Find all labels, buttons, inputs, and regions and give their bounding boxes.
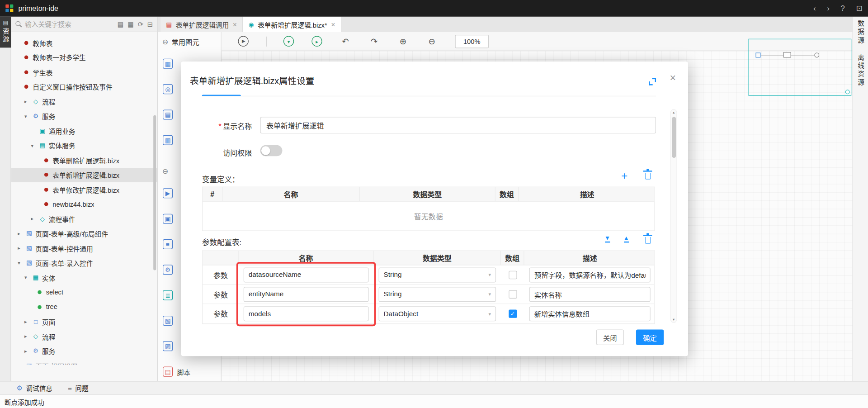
help-icon[interactable]: ? <box>840 5 845 12</box>
param-type-select[interactable]: DataObject▾ <box>379 306 496 321</box>
collapse-section-icon[interactable]: ⊖ <box>162 38 168 45</box>
tree-item[interactable]: ▸◇流程 <box>11 329 157 343</box>
zoom-level-select[interactable]: 100% <box>455 35 489 48</box>
chevron-right-icon[interactable]: ▸ <box>18 246 25 251</box>
scroll-up-icon[interactable]: ▴ <box>671 110 676 115</box>
chevron-down-icon[interactable]: ▾ <box>24 275 32 280</box>
save-icon[interactable]: ⊡ <box>856 5 862 12</box>
chevron-right-icon[interactable]: ▸ <box>18 363 25 364</box>
tree-item[interactable]: ▾⚙服务 <box>11 109 157 123</box>
debug-start-icon[interactable]: ▾ <box>283 36 294 47</box>
palette-section-common[interactable]: ⊖ 常用图元 <box>158 32 221 51</box>
tree-item[interactable]: 教师表 <box>11 35 157 50</box>
chevron-right-icon[interactable]: ▸ <box>24 333 32 339</box>
param-desc-input[interactable] <box>529 267 651 282</box>
tree-item[interactable]: ▾▤实体服务 <box>11 138 157 153</box>
tree-item[interactable]: 表单删除扩展逻辑.bizx <box>11 153 157 167</box>
canvas-selection-box[interactable] <box>749 39 852 96</box>
chevron-right-icon[interactable]: ▸ <box>24 348 32 354</box>
refresh-icon[interactable]: ⟳ <box>138 20 143 28</box>
palette-item-script[interactable]: ▤ 脚本 <box>158 359 221 381</box>
selection-resize-handle[interactable] <box>845 90 850 94</box>
rail-tab-datasource[interactable]: 数据源 <box>856 20 865 45</box>
new-folder-icon[interactable]: ▦ <box>127 20 134 28</box>
display-name-input[interactable] <box>260 117 656 133</box>
tree-item[interactable]: newbiz44.bizx <box>11 197 157 211</box>
tree-item[interactable]: 学生表 <box>11 65 157 79</box>
rail-tab-resources[interactable]: ▤ 资源 <box>0 17 11 48</box>
tree-item[interactable]: tree <box>11 299 157 314</box>
sidebar-scrollbar[interactable] <box>153 115 156 270</box>
file-icon: ▤ <box>166 21 172 28</box>
add-variable-icon[interactable]: + <box>621 170 627 181</box>
chevron-right-icon[interactable]: ▸ <box>18 231 25 236</box>
tree-item[interactable]: ▾▦实体 <box>11 270 157 285</box>
chevron-right-icon[interactable]: ▸ <box>24 99 32 104</box>
dialog-scrollbar[interactable]: ▴ ▾ <box>670 109 677 323</box>
close-tab-icon[interactable]: × <box>233 20 237 28</box>
chevron-right-icon[interactable]: ▸ <box>24 319 32 324</box>
array-checkbox[interactable] <box>509 270 517 279</box>
tree-item[interactable]: 教师表一对多学生 <box>11 50 157 65</box>
tree-item[interactable]: ▾▧页面-表单-录入控件 <box>11 256 157 270</box>
import-resource-icon[interactable]: ▤ <box>118 20 124 28</box>
delete-variable-icon[interactable] <box>645 173 651 180</box>
run-icon[interactable]: ▶ <box>238 36 249 47</box>
redo-icon[interactable]: ↷ <box>369 36 380 46</box>
undo-icon[interactable]: ↶ <box>340 36 351 46</box>
delete-param-icon[interactable] <box>645 237 651 244</box>
nav-back-icon[interactable]: ‹ <box>813 5 816 12</box>
param-name-input[interactable] <box>244 306 369 321</box>
rail-tab-offline-resources[interactable]: 离线资源 <box>856 54 865 87</box>
param-type-select[interactable]: String▾ <box>379 287 496 302</box>
param-desc-input[interactable] <box>529 306 651 321</box>
editor-tab-active[interactable]: ◉ 表单新增扩展逻辑.bizx* × <box>243 17 341 32</box>
flow-end-node[interactable] <box>814 52 819 57</box>
tree-item[interactable]: ▸◇流程 <box>11 94 157 109</box>
tree-item[interactable]: ▸▧页面-表单-高级/布局组件 <box>11 226 157 241</box>
debug-step-icon[interactable]: ▸ <box>311 36 322 47</box>
tree-item[interactable]: select <box>11 285 157 299</box>
param-name-input[interactable] <box>244 287 369 302</box>
chevron-down-icon[interactable]: ▾ <box>18 260 25 266</box>
array-checkbox-checked[interactable]: ✓ <box>509 309 517 318</box>
chevron-down-icon[interactable]: ▾ <box>24 114 32 119</box>
tree-item-selected[interactable]: 表单新增扩展逻辑.bizx <box>11 167 157 182</box>
search-input[interactable] <box>25 20 118 28</box>
flow-start-node[interactable] <box>755 52 760 57</box>
zoom-in-icon[interactable]: ⊕ <box>397 36 408 46</box>
export-params-icon[interactable]: ▴ <box>624 234 628 242</box>
tree-item[interactable]: ▸◇流程事件 <box>11 212 157 226</box>
chevron-right-icon[interactable]: ▸ <box>31 216 38 222</box>
tree-item[interactable]: 表单修改扩展逻辑.bizx <box>11 182 157 197</box>
tree-item[interactable]: 自定义窗口操作按钮及事件 <box>11 80 157 94</box>
close-button[interactable]: 关闭 <box>596 330 624 345</box>
tree-item[interactable]: ▸⚙服务 <box>11 344 157 358</box>
confirm-button[interactable]: 确定 <box>636 330 664 345</box>
array-checkbox[interactable] <box>509 290 517 298</box>
zoom-out-icon[interactable]: ⊖ <box>426 36 437 46</box>
collapse-section-icon[interactable]: ⊖ <box>162 167 168 175</box>
fullscreen-icon[interactable] <box>649 78 656 85</box>
tree-item[interactable]: ▣通用业务 <box>11 123 157 138</box>
param-type-select[interactable]: String▾ <box>379 267 496 282</box>
close-tab-icon[interactable]: × <box>331 20 335 28</box>
flow-mid-node[interactable] <box>783 52 791 57</box>
scroll-down-icon[interactable]: ▾ <box>671 318 676 322</box>
tree-item[interactable]: ▸▧页面-表单-控件通用 <box>11 241 157 256</box>
editor-tab[interactable]: ▤ 表单扩展逻辑调用 × <box>160 17 243 32</box>
scrollbar-thumb[interactable] <box>672 117 676 158</box>
param-desc-input[interactable] <box>529 287 651 302</box>
tree-item[interactable]: ▸□页面 <box>11 314 157 329</box>
import-params-icon[interactable]: ▾ <box>605 234 609 242</box>
tree-item[interactable]: ▸▧页面-视图设置 <box>11 358 157 364</box>
param-name-input[interactable] <box>244 267 369 282</box>
problems-tab[interactable]: ≡ 问题 <box>68 383 88 393</box>
access-permission-toggle[interactable] <box>260 145 283 156</box>
palette-item-icon: ≣ <box>163 290 173 300</box>
chevron-down-icon[interactable]: ▾ <box>31 143 38 148</box>
nav-forward-icon[interactable]: › <box>827 5 830 12</box>
collapse-all-icon[interactable]: ⊟ <box>147 20 153 28</box>
debug-info-tab[interactable]: ⚙ 调试信息 <box>17 383 52 393</box>
close-dialog-icon[interactable]: × <box>670 72 676 83</box>
